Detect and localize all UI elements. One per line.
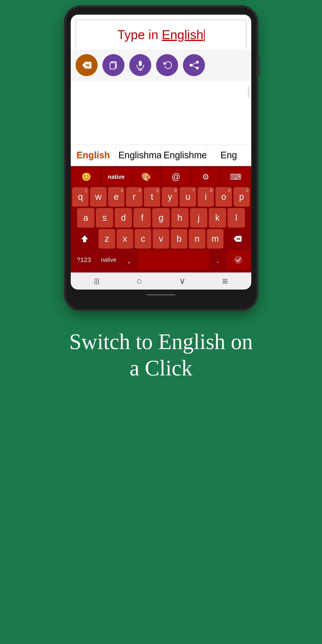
key-k[interactable]: k [209,208,226,228]
key-i[interactable]: i8 [198,187,214,206]
keyboard-backspace[interactable] [225,229,250,248]
at-button[interactable]: @ [162,168,190,186]
text-cursor [204,30,205,42]
keyboard-row-1: q1 w e3 r4 t5 y6 u7 i8 o9 p0 [72,187,250,206]
home-indicator-bar [71,292,251,297]
native-key[interactable]: native [97,250,120,270]
key-y[interactable]: y6 [162,187,178,206]
key-e[interactable]: e3 [108,187,124,206]
key-d[interactable]: d [115,208,132,228]
keyboard: 😊 native 🎨 @ ⚙ ⌨ q1 w e3 r4 t5 y [71,166,251,272]
autocomplete-item-2[interactable]: Englishmen [161,145,206,166]
svg-point-15 [234,256,242,264]
key-a[interactable]: a [77,208,94,228]
keyboard-row-4: ?123 native , . [72,250,250,270]
key-s[interactable]: s [96,208,113,228]
key-p[interactable]: p0 [234,187,250,206]
emoji-button[interactable]: 😊 [72,168,100,186]
settings-button[interactable]: ⚙ [192,168,220,186]
empty-content-area [71,81,251,144]
key-x[interactable]: x [116,229,133,248]
autocomplete-item-1[interactable]: Englishman [116,145,161,166]
back-button[interactable]: ||| [94,277,100,285]
shift-key[interactable] [72,229,97,248]
keyboard-special-row: 😊 native 🎨 @ ⚙ ⌨ [72,168,250,186]
svg-line-11 [191,65,197,68]
period-key[interactable]: . [211,250,225,270]
autocomplete-bar: English Englishman Englishmen Eng [71,144,251,166]
key-w[interactable]: w [90,187,106,206]
type-in-prefix: Type in [117,28,162,42]
key-j[interactable]: j [190,208,207,228]
autocomplete-item-0[interactable]: English [71,145,116,166]
key-o[interactable]: o9 [216,187,232,206]
caption-line1: Switch to English on [34,328,288,355]
home-button[interactable]: ○ [136,276,142,287]
typed-word: English [162,28,204,42]
key-t[interactable]: t5 [144,187,160,206]
autocomplete-item-3[interactable]: Eng [206,145,251,166]
caption-line2: a Click [34,355,288,381]
num123-key[interactable]: ?123 [72,250,96,270]
key-r[interactable]: r4 [126,187,142,206]
bottom-caption: Switch to English on a Click [15,328,307,381]
svg-line-10 [191,62,197,65]
palette-button[interactable]: 🎨 [132,168,160,186]
recent-button[interactable]: ∨ [179,276,186,286]
key-m[interactable]: m [207,229,224,248]
share-button[interactable] [183,54,205,76]
svg-rect-3 [110,63,116,69]
phone-screen: Type in English [71,15,251,290]
delete-button[interactable] [76,54,98,76]
key-u[interactable]: u7 [180,187,196,206]
comma-key[interactable]: , [122,250,136,270]
enter-key[interactable] [226,250,250,270]
key-f[interactable]: f [134,208,151,228]
keyboard-icon-button[interactable]: ⌨ [222,168,250,186]
space-key[interactable] [138,250,209,270]
keyboard-row-2: a s d f g h j k l [72,208,250,228]
microphone-button[interactable] [129,54,151,76]
key-l[interactable]: l [228,208,245,228]
key-g[interactable]: g [152,208,170,228]
key-z[interactable]: z [98,229,115,248]
scroll-indicator [248,86,249,98]
key-h[interactable]: h [171,208,188,228]
nav-bar: ||| ○ ∨ ⊞ [71,272,251,290]
copy-button[interactable] [102,54,124,76]
key-n[interactable]: n [189,229,206,248]
native-button[interactable]: native [102,168,130,186]
typed-text: Type in English [117,27,205,42]
phone-frame: Type in English [66,7,256,309]
svg-marker-12 [81,236,88,242]
key-v[interactable]: v [153,229,169,248]
keyboard-row-3: z x c v b n m [72,229,250,248]
text-input-area[interactable]: Type in English [76,20,246,49]
home-indicator [146,294,176,296]
svg-rect-4 [139,61,142,66]
power-button [257,56,260,76]
key-b[interactable]: b [171,229,187,248]
undo-button[interactable] [156,54,178,76]
key-q[interactable]: q1 [72,187,88,206]
action-buttons-row [71,49,251,81]
keyboard-switch-button[interactable]: ⊞ [222,277,228,285]
key-c[interactable]: c [135,229,151,248]
